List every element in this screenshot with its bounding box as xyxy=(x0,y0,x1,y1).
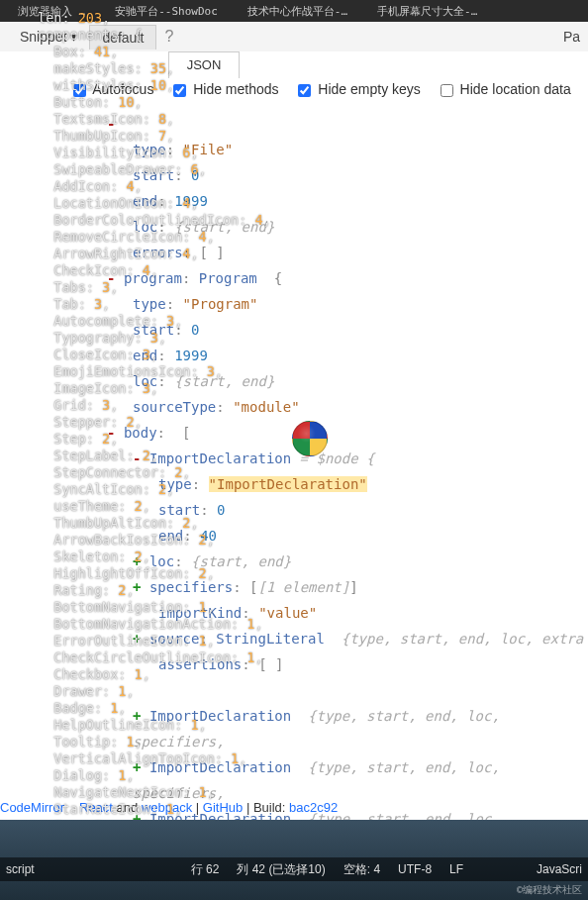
hide-location-checkbox[interactable]: Hide location data xyxy=(437,81,571,97)
globe-icon xyxy=(292,421,328,456)
react-link[interactable]: React xyxy=(79,800,113,815)
default-tab[interactable]: default xyxy=(89,25,156,50)
browser-tab[interactable]: 技术中心作战平台-… xyxy=(247,4,347,19)
browser-tab[interactable]: 安驰平台--ShowDoc xyxy=(115,4,218,19)
hide-empty-checkbox[interactable]: Hide empty keys xyxy=(294,81,420,97)
expand-icon[interactable]: + xyxy=(133,759,141,775)
collapse-icon[interactable]: - xyxy=(107,425,115,441)
expand-icon[interactable]: + xyxy=(133,862,141,878)
expand-icon[interactable]: + xyxy=(133,631,141,647)
hide-methods-checkbox[interactable]: Hide methods xyxy=(169,81,278,97)
build-hash-link[interactable]: bac2c92 xyxy=(289,800,338,815)
webpack-link[interactable]: webpack xyxy=(142,800,192,815)
tree-options: Autofocus Hide methods Hide empty keys H… xyxy=(69,81,588,100)
ast-tree[interactable]: - type: "File" start: 0 end: 1999 loc: {… xyxy=(107,111,588,900)
codemirror-link[interactable]: CodeMirror xyxy=(0,800,64,815)
expand-icon[interactable]: + xyxy=(133,708,141,724)
github-link[interactable]: GitHub xyxy=(203,800,243,815)
parser-label[interactable]: Pa xyxy=(563,29,580,45)
autofocus-checkbox[interactable]: Autofocus xyxy=(69,81,153,97)
json-tab[interactable]: JSON xyxy=(168,51,240,78)
browser-tabbar: 浏览器输入 … 安驰平台--ShowDoc 技术中心作战平台-… 手机屏幕尺寸大… xyxy=(0,0,588,22)
help-icon[interactable]: ? xyxy=(164,28,173,46)
collapse-icon[interactable]: - xyxy=(107,270,115,286)
expand-icon[interactable]: + xyxy=(133,579,141,595)
browser-tab[interactable]: 浏览器输入 … xyxy=(18,4,85,19)
ast-explorer-page: 浏览器输入 … 安驰平台--ShowDoc 技术中心作战平台-… 手机屏幕尺寸大… xyxy=(0,0,588,900)
collapse-icon[interactable]: - xyxy=(133,450,141,466)
collapse-icon[interactable]: - xyxy=(107,116,115,132)
expand-icon[interactable]: + xyxy=(133,553,141,569)
page-topbar: Snippet ▾ default ? Pa xyxy=(0,22,588,51)
browser-tab[interactable]: 手机屏幕尺寸大全-… xyxy=(377,4,477,19)
snippet-dropdown[interactable]: Snippet ▾ xyxy=(8,25,89,49)
